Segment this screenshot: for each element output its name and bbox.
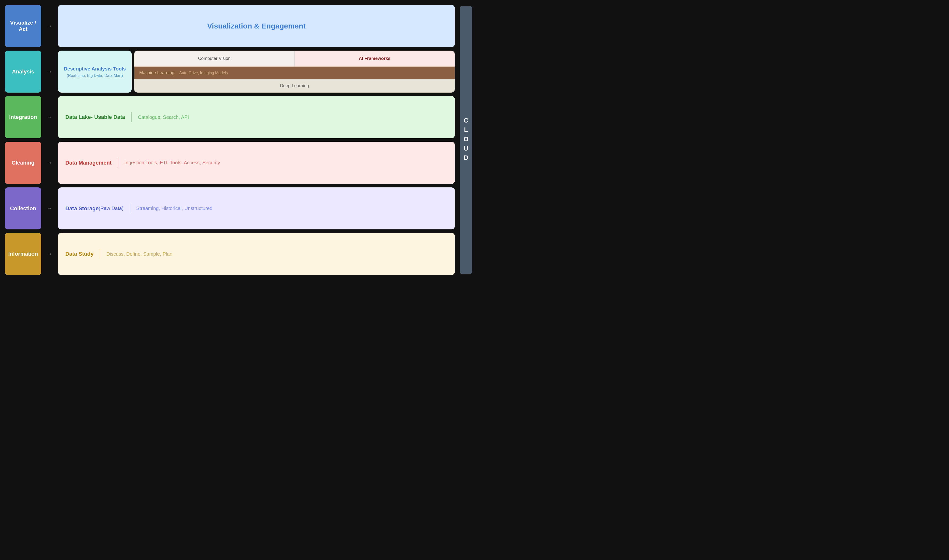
integration-main: Data Lake- Usable Data: [65, 114, 125, 120]
analysis-left-box: Descriptive Analysis Tools (Real-time, B…: [58, 51, 132, 93]
collection-divider: [130, 204, 130, 214]
cleaning-divider: [118, 158, 118, 168]
collection-label-text: Collection: [10, 205, 36, 212]
label-collection: Collection: [5, 188, 41, 230]
ml-text: Machine Learning: [139, 70, 174, 75]
arrow-analysis: →: [46, 69, 53, 75]
cleaning-row: Cleaning → Data Management Ingestion Too…: [5, 142, 455, 184]
visualize-label-text: Visualize / Act: [8, 20, 39, 32]
content-information: Data Study Discuss, Define, Sample, Plan: [58, 233, 455, 275]
content-cleaning: Data Management Ingestion Tools, ETL Too…: [58, 142, 455, 184]
cleaning-label-text: Cleaning: [12, 160, 35, 166]
arrow-cleaning: →: [46, 160, 53, 166]
ml-row: Machine Learning Auto-Drive, Imaging Mod…: [134, 66, 455, 79]
cloud-sidebar: CLOUD: [460, 6, 472, 274]
integration-divider: [131, 112, 132, 122]
integration-sub: Catalogue, Search, API: [138, 114, 189, 120]
analysis-right-box: Computer Vision AI Frameworks Machine Le…: [134, 51, 455, 93]
information-label-text: Information: [8, 251, 38, 257]
information-row: Information → Data Study Discuss, Define…: [5, 233, 455, 275]
analysis-row: Analysis → Descriptive Analysis Tools (R…: [5, 51, 455, 93]
label-integration: Integration: [5, 96, 41, 138]
cloud-text: CLOUD: [462, 117, 470, 163]
arrow-collection: →: [46, 205, 53, 212]
cleaning-sub: Ingestion Tools, ETL Tools, Access, Secu…: [124, 160, 220, 166]
label-cleaning: Cleaning: [5, 142, 41, 184]
dl-row: Deep Learning: [134, 79, 455, 92]
collection-raw: (Raw Data): [99, 206, 123, 211]
dl-text: Deep Learning: [280, 83, 309, 88]
content-collection: Data Storage (Raw Data) Streaming, Histo…: [58, 188, 455, 230]
cv-text: Computer Vision: [198, 56, 231, 61]
information-sub: Discuss, Define, Sample, Plan: [106, 251, 172, 257]
label-analysis: Analysis: [5, 51, 41, 93]
information-divider: [100, 249, 100, 259]
visualize-row: Visualize / Act → Visualization & Engage…: [5, 5, 455, 47]
arrow-integration: →: [46, 114, 53, 120]
arrow-visualize: →: [46, 23, 53, 29]
ml-right-text: Auto-Drive, Imaging Models: [179, 71, 228, 75]
ai-frameworks-box: AI Frameworks: [295, 51, 455, 66]
information-main: Data Study: [65, 251, 94, 257]
arrow-information: →: [46, 251, 53, 257]
collection-main: Data Storage: [65, 205, 99, 212]
analysis-title: Descriptive Analysis Tools: [64, 66, 126, 72]
content-visualize: Visualization & Engagement: [58, 5, 455, 47]
label-information: Information: [5, 233, 41, 275]
analysis-subtitle: (Real-time, Big Data, Data Mart): [67, 74, 123, 78]
af-text: AI Frameworks: [359, 56, 391, 61]
collection-row: Collection → Data Storage (Raw Data) Str…: [5, 188, 455, 230]
label-visualize: Visualize / Act: [5, 5, 41, 47]
cleaning-main: Data Management: [65, 160, 111, 166]
content-integration: Data Lake- Usable Data Catalogue, Search…: [58, 96, 455, 138]
analysis-top-row: Computer Vision AI Frameworks: [134, 51, 455, 66]
integration-label-text: Integration: [9, 114, 37, 120]
analysis-label-text: Analysis: [12, 69, 34, 75]
visualize-main-text: Visualization & Engagement: [207, 22, 306, 30]
integration-row: Integration → Data Lake- Usable Data Cat…: [5, 96, 455, 138]
collection-sub: Streaming, Historical, Unstructured: [136, 206, 212, 211]
content-analysis: Descriptive Analysis Tools (Real-time, B…: [58, 51, 455, 93]
computer-vision-box: Computer Vision: [134, 51, 295, 66]
